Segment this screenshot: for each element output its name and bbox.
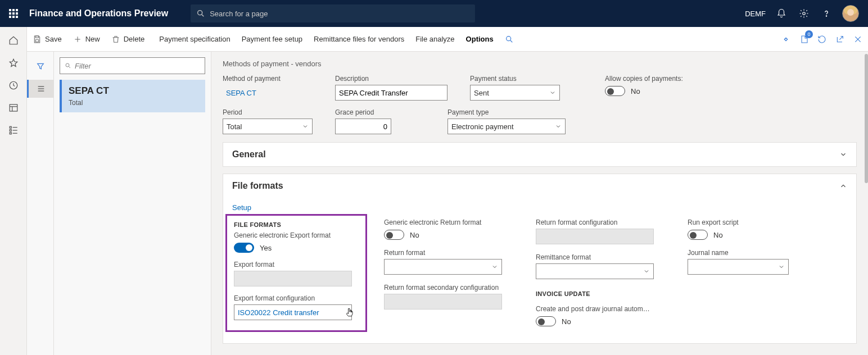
svg-rect-1 — [12, 9, 15, 11]
action-search-icon[interactable] — [499, 27, 523, 52]
bell-icon[interactable] — [775, 7, 788, 20]
header-right: DEMF — [745, 5, 864, 22]
svg-rect-17 — [35, 39, 38, 42]
attachments-badge: 0 — [805, 30, 813, 38]
svg-point-9 — [198, 11, 202, 15]
payment-fee-setup-button[interactable]: Payment fee setup — [236, 27, 308, 52]
user-avatar[interactable] — [842, 5, 859, 22]
svg-rect-7 — [12, 16, 15, 18]
svg-rect-2 — [16, 9, 18, 11]
svg-rect-16 — [35, 36, 38, 38]
refresh-icon[interactable] — [816, 34, 828, 45]
company-label[interactable]: DEMF — [745, 10, 766, 18]
save-button[interactable]: Save — [27, 27, 67, 52]
svg-point-12 — [826, 16, 826, 16]
delete-button[interactable]: Delete — [106, 27, 151, 52]
attachments-icon[interactable]: 0 — [798, 34, 810, 45]
svg-rect-8 — [16, 16, 18, 18]
close-icon[interactable] — [852, 34, 864, 45]
app-launcher-icon[interactable] — [4, 4, 22, 22]
app-header: Finance and Operations Preview Search fo… — [0, 0, 868, 27]
popout-icon[interactable] — [834, 34, 846, 45]
left-nav-rail — [0, 27, 27, 52]
gear-icon[interactable] — [797, 7, 811, 20]
svg-line-10 — [202, 15, 204, 16]
payment-specification-button[interactable]: Payment specification — [153, 27, 236, 52]
svg-rect-3 — [9, 12, 11, 15]
svg-rect-4 — [12, 12, 15, 15]
home-icon[interactable] — [0, 29, 27, 52]
svg-rect-5 — [16, 12, 18, 15]
svg-line-21 — [510, 40, 512, 42]
svg-rect-6 — [9, 16, 11, 18]
app-title: Finance and Operations Preview — [29, 8, 168, 19]
svg-point-11 — [803, 12, 806, 15]
link-icon[interactable] — [780, 34, 792, 45]
action-bar-right: 0 — [780, 34, 864, 45]
svg-rect-0 — [9, 9, 11, 11]
action-bar: Save New Delete Payment specification Pa… — [0, 27, 868, 52]
file-analyze-button[interactable]: File analyze — [410, 27, 460, 52]
remittance-files-button[interactable]: Remittance files for vendors — [308, 27, 410, 52]
search-placeholder: Search for a page — [210, 10, 268, 18]
help-icon[interactable] — [820, 7, 833, 20]
svg-point-20 — [506, 36, 510, 40]
global-search[interactable]: Search for a page — [191, 4, 475, 22]
options-button[interactable]: Options — [460, 27, 499, 52]
new-button[interactable]: New — [67, 27, 106, 52]
